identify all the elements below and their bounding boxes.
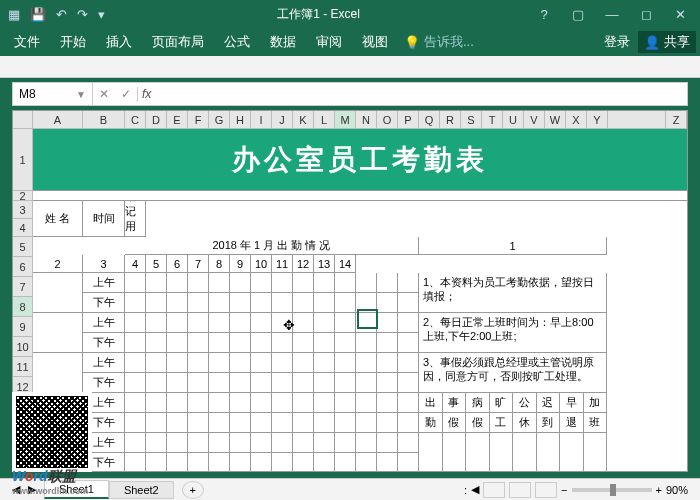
col-header[interactable]: W [545,111,566,129]
zoom-level[interactable]: 90% [666,484,688,496]
col-header[interactable]: P [398,111,419,129]
save-icon[interactable]: 💾 [30,7,46,22]
cell[interactable]: 1 [419,237,607,255]
cell[interactable]: 1、本资料为员工考勤依据，望按日填报； [419,273,607,313]
cell[interactable]: 8 [209,255,230,273]
cell[interactable]: 考勤记用符号 [125,201,146,237]
cell[interactable]: 2、每日正常上班时间为：早上8:00上班,下午2:00上班; [419,313,607,353]
cell[interactable]: 5 [146,255,167,273]
col-header[interactable]: R [440,111,461,129]
minimize-icon[interactable]: — [598,7,626,22]
col-header[interactable]: K [293,111,314,129]
row-header[interactable]: 7 [13,277,33,297]
zoom-slider[interactable] [572,488,652,492]
cell[interactable]: 6 [167,255,188,273]
zoom-in-icon[interactable]: + [656,484,662,496]
col-header[interactable]: G [209,111,230,129]
qat-more-icon[interactable]: ▾ [98,7,105,22]
ribbon-opts-icon[interactable]: ▢ [564,7,592,22]
tab-data[interactable]: 数据 [260,28,306,56]
col-header[interactable]: O [377,111,398,129]
zoom-out-icon[interactable]: − [561,484,567,496]
cell[interactable] [33,313,83,353]
row-header[interactable]: 4 [13,219,33,237]
col-header[interactable]: Z [666,111,687,129]
name-box[interactable]: M8▼ [13,83,93,105]
cell[interactable]: 时间 [83,201,125,237]
sheet-tab-2[interactable]: Sheet2 [109,481,174,499]
cell[interactable]: 11 [272,255,293,273]
col-header[interactable]: X [566,111,587,129]
col-header[interactable]: H [230,111,251,129]
tab-formula[interactable]: 公式 [214,28,260,56]
redo-icon[interactable]: ↷ [77,7,88,22]
row-header[interactable]: 5 [13,237,33,257]
col-header[interactable]: M [335,111,356,129]
share-button[interactable]: 👤共享 [638,31,696,53]
cell[interactable]: 13 [314,255,335,273]
add-sheet-icon[interactable]: + [182,481,204,499]
cell[interactable]: 4 [125,255,146,273]
col-header[interactable]: Y [587,111,608,129]
row-header[interactable]: 8 [13,297,33,317]
row-header[interactable]: 3 [13,201,33,219]
row-header[interactable]: 1 [13,129,33,191]
namebox-dropdown-icon[interactable]: ▼ [76,89,86,100]
cell[interactable]: 下午 [83,373,125,393]
cell[interactable]: 3 [83,255,125,273]
cell[interactable]: 14 [335,255,356,273]
cell[interactable]: 12 [293,255,314,273]
col-header[interactable]: F [188,111,209,129]
cell[interactable] [33,353,83,393]
col-header[interactable]: V [524,111,545,129]
cell[interactable]: 上午 [83,353,125,373]
cell[interactable]: 9 [230,255,251,273]
row-header[interactable]: 9 [13,317,33,337]
tell-me[interactable]: 💡告诉我... [398,33,480,51]
cell[interactable]: 2 [33,255,83,273]
col-header[interactable]: D [146,111,167,129]
cell[interactable]: 3、事假必须跟总经理或主管说明原因，同意方可，否则按旷工处理。 [419,353,607,393]
tab-file[interactable]: 文件 [4,28,50,56]
undo-icon[interactable]: ↶ [56,7,67,22]
cell[interactable] [33,273,83,313]
col-header[interactable]: T [482,111,503,129]
col-header[interactable]: A [33,111,83,129]
tab-insert[interactable]: 插入 [96,28,142,56]
fx-icon[interactable]: fx [138,87,155,101]
enter-icon[interactable]: ✓ [115,87,137,101]
cell[interactable]: 2018 年 1 月 出 勤 情 况 [125,237,419,255]
tab-home[interactable]: 开始 [50,28,96,56]
row-header[interactable]: 10 [13,337,33,357]
close-icon[interactable]: ✕ [666,7,694,22]
col-header[interactable]: Q [419,111,440,129]
col-header[interactable]: B [83,111,125,129]
tab-view[interactable]: 视图 [352,28,398,56]
col-header[interactable]: S [461,111,482,129]
cell[interactable]: 下午 [83,293,125,313]
col-header[interactable]: L [314,111,335,129]
col-header[interactable]: E [167,111,188,129]
col-header[interactable]: N [356,111,377,129]
help-icon[interactable]: ? [530,7,558,22]
tab-review[interactable]: 审阅 [306,28,352,56]
row-header[interactable]: 2 [13,191,33,201]
view-layout-icon[interactable] [509,482,531,498]
col-header[interactable]: J [272,111,293,129]
select-all-corner[interactable] [13,111,33,129]
sheet-title[interactable]: 办公室员工考勤表 [33,129,687,191]
row-header[interactable]: 11 [13,357,33,377]
col-header[interactable]: I [251,111,272,129]
maximize-icon[interactable]: ◻ [632,7,660,22]
cancel-icon[interactable]: ✕ [93,87,115,101]
cell[interactable]: 上午 [83,313,125,333]
tab-layout[interactable]: 页面布局 [142,28,214,56]
col-header[interactable]: U [503,111,524,129]
cell[interactable]: 上午 [83,273,125,293]
cell[interactable]: 10 [251,255,272,273]
view-normal-icon[interactable] [483,482,505,498]
row-header[interactable]: 6 [13,257,33,277]
cell[interactable]: 7 [188,255,209,273]
col-header[interactable]: C [125,111,146,129]
scroll-left-icon[interactable]: ◀ [471,483,479,496]
